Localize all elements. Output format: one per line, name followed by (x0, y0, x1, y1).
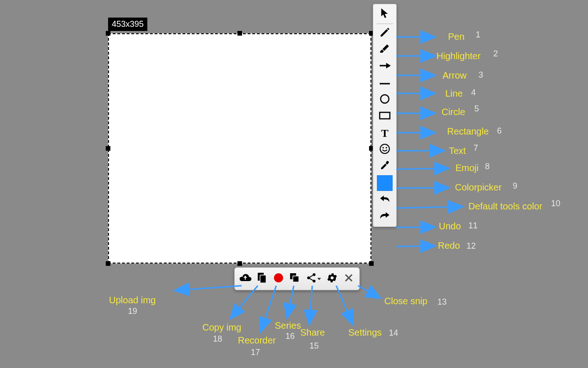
svg-line-33 (231, 286, 258, 318)
annotation-number: 4 (471, 88, 476, 98)
default-tools-color-button[interactable] (376, 175, 394, 191)
text-tool-button[interactable]: T (376, 125, 394, 141)
svg-point-4 (380, 144, 389, 153)
recorder-button[interactable] (271, 271, 286, 287)
upload-img-button[interactable] (237, 271, 253, 287)
annotation-number: 13 (437, 297, 447, 307)
annotation-number: 15 (309, 341, 319, 351)
annotation-label: Close snip (384, 296, 427, 307)
svg-line-32 (176, 286, 242, 290)
svg-line-34 (261, 286, 276, 331)
emoji-tool-button[interactable] (376, 141, 394, 158)
svg-line-35 (287, 286, 294, 317)
svg-point-17 (331, 276, 334, 280)
annotation-number: 8 (485, 162, 490, 172)
pen-tool-button[interactable] (376, 25, 394, 42)
arrow-tool-button[interactable] (376, 58, 394, 75)
svg-rect-3 (380, 112, 390, 119)
undo-icon (379, 194, 390, 205)
copy-img-button[interactable] (254, 271, 270, 287)
annotation-label: Upload img (109, 295, 156, 306)
svg-line-30 (396, 227, 434, 227)
rectangle-icon (379, 111, 391, 122)
svg-line-29 (396, 207, 462, 208)
highlighter-icon (379, 43, 391, 56)
share-icon (306, 273, 316, 285)
svg-point-9 (274, 273, 283, 282)
svg-line-15 (309, 275, 313, 277)
cloud-upload-icon (239, 273, 252, 285)
rectangle-tool-button[interactable] (376, 108, 394, 125)
cursor-icon (380, 8, 390, 21)
cursor-tool-button[interactable] (376, 6, 394, 23)
annotation-number: 11 (468, 221, 478, 231)
resize-handle-sw[interactable] (106, 261, 110, 266)
circle-icon (379, 93, 390, 106)
annotation-number: 10 (551, 199, 560, 209)
highlighter-tool-button[interactable] (376, 42, 394, 58)
annotation-number: 1 (476, 30, 480, 40)
svg-line-37 (336, 286, 352, 324)
selection-dimensions-badge: 453x395 (108, 18, 147, 31)
annotation-number: 14 (389, 328, 398, 338)
svg-rect-8 (260, 275, 266, 283)
toolbar-separator (376, 24, 393, 24)
annotation-number: 6 (497, 126, 502, 136)
annotation-label: Pen (448, 31, 465, 42)
record-icon (273, 272, 284, 285)
annotation-number: 12 (467, 241, 476, 251)
settings-button[interactable] (324, 271, 340, 287)
svg-line-16 (309, 278, 313, 281)
annotation-label: Share (300, 327, 325, 338)
gear-icon (326, 272, 338, 286)
annotation-label: Default tools color (468, 201, 542, 212)
annotation-number: 7 (473, 143, 478, 153)
horizontal-toolbar (234, 267, 360, 290)
chevron-down-icon (317, 278, 321, 280)
undo-button[interactable] (376, 191, 394, 208)
annotation-label: Rectangle (447, 126, 489, 137)
resize-handle-nw[interactable] (106, 31, 110, 36)
line-icon (379, 79, 391, 87)
circle-tool-button[interactable] (376, 92, 394, 108)
line-tool-button[interactable] (376, 75, 394, 92)
resize-handle-se[interactable] (369, 261, 374, 266)
snip-selection-area[interactable] (108, 33, 371, 264)
svg-point-5 (382, 147, 384, 148)
pen-icon (379, 27, 390, 40)
series-button[interactable] (287, 271, 303, 287)
colorpicker-tool-button[interactable] (376, 158, 394, 175)
svg-point-6 (386, 147, 387, 148)
svg-rect-11 (293, 276, 299, 282)
close-icon (344, 273, 353, 284)
annotation-label: Text (449, 146, 466, 156)
resize-handle-n[interactable] (237, 31, 242, 36)
annotation-label: Line (445, 88, 463, 99)
emoji-icon (379, 143, 390, 156)
annotation-number: 2 (493, 49, 498, 59)
redo-button[interactable] (376, 208, 394, 225)
resize-handle-s[interactable] (237, 261, 242, 266)
annotation-label: Highlighter (436, 51, 481, 61)
annotation-label: Emoji (455, 163, 479, 173)
annotation-number: 9 (513, 181, 517, 191)
color-swatch-icon (377, 175, 393, 191)
arrow-icon (379, 62, 391, 71)
annotation-number: 18 (213, 334, 222, 344)
copy-icon (256, 272, 267, 286)
annotation-number: 19 (128, 307, 137, 316)
annotation-label: Series (275, 320, 301, 331)
annotation-label: Colorpicker (455, 182, 502, 193)
resize-handle-w[interactable] (106, 146, 110, 151)
annotation-label: Copy img (202, 322, 241, 333)
svg-point-2 (381, 95, 389, 103)
eyedropper-icon (379, 160, 390, 173)
close-snip-button[interactable] (341, 271, 357, 287)
annotation-number: 5 (474, 104, 479, 114)
svg-line-36 (309, 286, 312, 324)
text-icon: T (381, 127, 388, 140)
annotation-number: 16 (285, 331, 295, 341)
svg-line-27 (396, 168, 448, 169)
share-button[interactable] (304, 271, 323, 287)
svg-line-38 (358, 286, 380, 298)
